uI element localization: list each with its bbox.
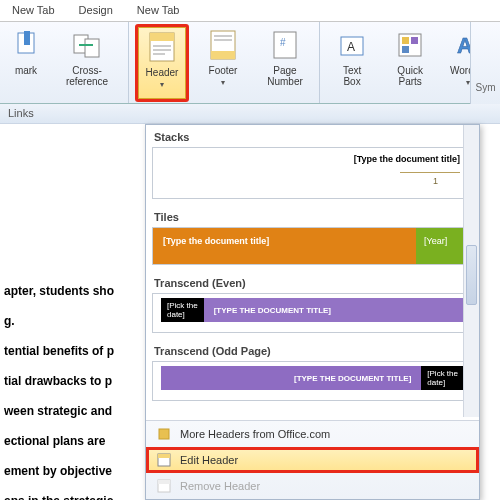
header-gallery-dropdown: Stacks [Type the document title] 1 Tiles… [145,124,480,500]
group-links: mark Cross-reference [0,22,129,103]
quickparts-icon [394,28,426,62]
quickparts-button[interactable]: Quick Parts [384,24,436,96]
header-button[interactable]: Header▾ [135,24,189,102]
gallery-item-transcend-odd[interactable]: [TYPE THE DOCUMENT TITLE] [Pick the date… [152,361,473,401]
chevron-down-icon: ▾ [160,80,164,89]
header-icon [146,30,178,64]
svg-rect-12 [214,39,232,41]
svg-rect-19 [411,37,418,44]
gallery-section-tiles: Tiles [152,205,473,227]
office-icon [156,426,172,442]
pagenumber-button[interactable]: # Page Number [257,24,313,96]
crossref-button[interactable]: Cross-reference [52,24,122,96]
ribbon: mark Cross-reference Header▾ Footer▾ # P… [0,22,500,104]
scrollbar-thumb[interactable] [466,245,477,305]
gallery-section-transcend-even: Transcend (Even) [152,271,473,293]
gallery-body[interactable]: Stacks [Type the document title] 1 Tiles… [146,125,479,420]
bookmark-icon [10,28,42,62]
ribbon-tabs: New Tab Design New Tab [0,0,500,22]
tab-design[interactable]: Design [67,0,125,21]
svg-rect-11 [214,35,232,37]
svg-rect-3 [85,39,99,57]
teven-title: [TYPE THE DOCUMENT TITLE] [204,306,464,315]
gallery-item-stacks[interactable]: [Type the document title] 1 [152,147,473,199]
gallery-item-transcend-even[interactable]: [Pick the date] [TYPE THE DOCUMENT TITLE… [152,293,473,333]
bookmark-label: mark [15,65,37,76]
pagenumber-icon: # [269,28,301,62]
svg-text:#: # [280,37,286,48]
stacks-placeholder: [Type the document title] [354,154,460,164]
tiles-left: [Type the document title] [153,228,416,264]
gallery-item-tiles[interactable]: [Type the document title] [Year] [152,227,473,265]
svg-rect-34 [158,480,170,484]
todd-title: [TYPE THE DOCUMENT TITLE] [161,374,421,383]
header-label: Header▾ [146,67,179,90]
svg-rect-1 [24,31,30,45]
tab-newtab-2[interactable]: New Tab [125,0,192,21]
textbox-label: Text Box [343,65,361,87]
document-area: apter, students sho g. tential benefits … [0,124,500,500]
crossref-label: Cross-reference [55,65,119,87]
group-headerfooter: Header▾ Footer▾ # Page Number [129,22,320,103]
svg-rect-6 [153,45,171,47]
svg-rect-30 [159,429,169,439]
gallery-footer-menu: More Headers from Office.com Edit Header… [146,420,479,499]
remove-header-icon [156,478,172,494]
links-bar: Links [0,104,500,124]
group-label-symbols: Sym [470,22,500,104]
footer-label: Footer▾ [209,65,238,88]
pagenumber-label: Page Number [267,65,303,87]
document-text: apter, students sho g. tential benefits … [0,124,145,500]
svg-rect-5 [150,33,174,41]
footer-icon [207,28,239,62]
teven-date: [Pick the date] [161,298,204,322]
menu-more-headers[interactable]: More Headers from Office.com [146,421,479,447]
todd-date: [Pick the date] [421,366,464,390]
svg-rect-20 [402,46,409,53]
svg-text:A: A [347,40,355,54]
tab-newtab-1[interactable]: New Tab [0,0,67,21]
bookmark-button[interactable]: mark [6,24,46,96]
edit-header-icon [156,452,172,468]
quickparts-label: Quick Parts [397,65,423,87]
svg-rect-7 [153,49,171,51]
stacks-divider [400,172,460,173]
svg-rect-32 [158,454,170,458]
gallery-section-transcend-odd: Transcend (Odd Page) [152,339,473,361]
gallery-scrollbar[interactable] [463,125,479,417]
svg-rect-18 [402,37,409,44]
stacks-page: 1 [433,176,438,186]
menu-remove-header[interactable]: Remove Header [146,473,479,499]
footer-button[interactable]: Footer▾ [195,24,251,96]
textbox-button[interactable]: A Text Box [326,24,378,96]
crossref-icon [71,28,103,62]
svg-rect-10 [211,51,235,59]
textbox-icon: A [336,28,368,62]
gallery-section-stacks: Stacks [152,125,473,147]
svg-rect-8 [153,53,165,55]
menu-edit-header[interactable]: Edit Header [146,447,479,473]
